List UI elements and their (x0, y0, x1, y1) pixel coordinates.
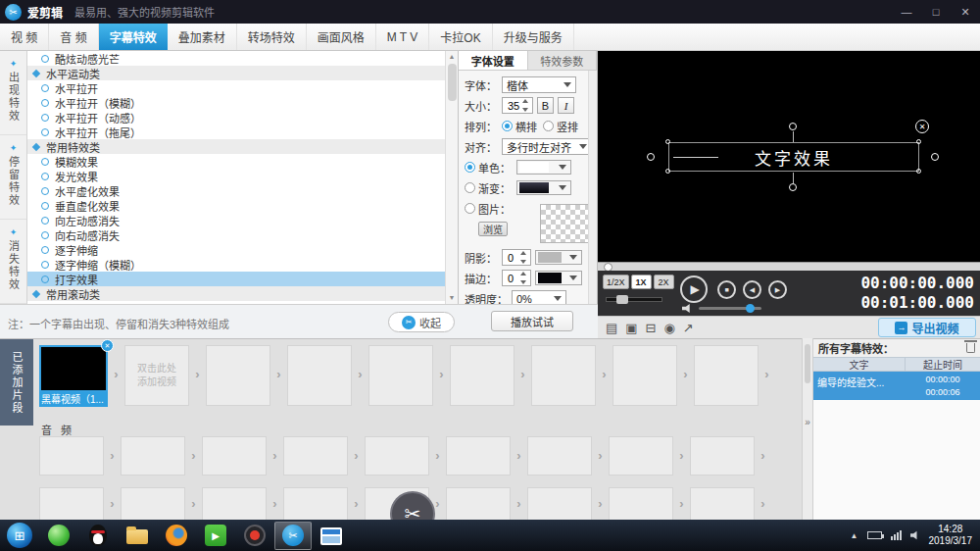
play-button[interactable]: ▶ (680, 276, 708, 303)
empty-slot[interactable] (283, 487, 348, 520)
opacity-select[interactable]: 0% (512, 290, 566, 304)
hidden-icons-arrow[interactable]: ▲ (851, 531, 858, 540)
stroke-spinner[interactable]: 0 (502, 270, 531, 286)
speed-half-button[interactable]: 1/2X (603, 275, 629, 289)
font-family-select[interactable]: 楷体 (502, 76, 576, 93)
empty-video-slot[interactable] (206, 345, 270, 406)
empty-slot[interactable] (527, 487, 592, 520)
tab-audio[interactable]: 音 频 (49, 24, 98, 50)
effect-item[interactable]: 水平虚化效果 (27, 183, 458, 198)
empty-video-slot[interactable] (612, 345, 677, 406)
resize-handle[interactable] (665, 139, 670, 144)
resize-handle-left[interactable] (647, 153, 655, 161)
tab-upgrade[interactable]: 升级与服务 (493, 24, 574, 50)
solid-color-picker[interactable] (516, 160, 571, 175)
empty-slot[interactable] (39, 487, 104, 520)
clock[interactable]: 14:28 2019/3/17 (929, 524, 973, 547)
close-button[interactable]: ✕ (951, 0, 980, 24)
mini-scrubber-thumb[interactable] (616, 295, 628, 304)
empty-audio-slot[interactable] (690, 436, 755, 476)
tab-font-settings[interactable]: 字体设置 (459, 51, 528, 70)
seek-bar[interactable] (598, 262, 980, 271)
empty-audio-slot[interactable] (365, 436, 429, 476)
effect-item[interactable]: 水平拉开（动感） (27, 110, 458, 125)
italic-button[interactable]: I (558, 97, 574, 114)
empty-slot[interactable] (609, 487, 673, 520)
empty-audio-slot[interactable] (283, 436, 348, 476)
play-test-button[interactable]: 播放试试 (491, 311, 573, 331)
empty-video-slot[interactable] (531, 345, 596, 406)
maximize-button[interactable]: □ (921, 0, 951, 24)
save-icon[interactable]: ⊟ (646, 321, 657, 335)
effects-scrollbar[interactable]: ▲ ▼ (445, 51, 458, 304)
grid-icon[interactable]: ▣ (625, 321, 637, 335)
gradient-radio[interactable] (465, 182, 475, 193)
tab-disappear-effects[interactable]: ✦ 消失特效 (0, 220, 26, 304)
stop-button[interactable]: ■ (717, 280, 736, 299)
image-fill-radio[interactable] (465, 203, 475, 214)
tab-transition[interactable]: 转场特效 (237, 24, 307, 50)
browse-button[interactable]: 浏览 (478, 222, 508, 236)
align-select[interactable]: 多行时左对齐 (502, 138, 592, 155)
minimize-button[interactable]: — (892, 0, 921, 24)
tab-overlay[interactable]: 叠加素材 (168, 24, 237, 50)
playlist-icon[interactable]: ▤ (606, 321, 617, 335)
empty-audio-slot[interactable] (446, 436, 511, 476)
next-frame-button[interactable]: ▶ (768, 280, 787, 299)
textbox-close-icon[interactable]: ✕ (915, 120, 929, 133)
timeline-scrollbar[interactable]: » (802, 338, 813, 520)
recorder-taskbar-icon[interactable] (235, 520, 274, 551)
effect-item[interactable]: 发光效果 (27, 169, 458, 183)
effect-item[interactable]: 水平拉开 (27, 80, 458, 95)
effect-item-selected[interactable]: 打字效果 (27, 272, 458, 286)
scroll-thumb[interactable] (448, 64, 457, 101)
window-app-taskbar-icon[interactable] (312, 520, 351, 551)
tab-stay-effects[interactable]: ✦ 停留特效 (0, 135, 26, 220)
qq-taskbar-icon[interactable] (78, 520, 118, 551)
tray-volume-icon[interactable] (910, 530, 920, 540)
mini-scrubber[interactable] (606, 297, 662, 302)
scroll-down-icon[interactable]: ▼ (446, 292, 458, 304)
timeline-scroll-thumb[interactable] (805, 344, 810, 383)
empty-audio-slot[interactable] (121, 436, 185, 476)
font-size-spinner[interactable]: 35 (502, 97, 533, 114)
tab-subtitle-effects[interactable]: 字幕特效 (99, 24, 168, 50)
font-panel-scrollbar[interactable] (588, 71, 597, 304)
effect-item[interactable]: 向右动感消失 (27, 227, 458, 242)
resize-handle[interactable] (665, 169, 670, 174)
subtitle-row-selected[interactable]: 编导的经验文... 00:00:00 00:00:06 (813, 372, 980, 400)
effect-section-header[interactable]: 水平运动类 (27, 66, 458, 80)
empty-audio-slot[interactable] (39, 436, 104, 476)
empty-audio-slot[interactable] (202, 436, 267, 476)
vertical-radio[interactable] (543, 121, 554, 131)
effect-item[interactable]: 向左动感消失 (27, 213, 458, 227)
tab-video[interactable]: 视 频 (0, 24, 49, 50)
empty-slot[interactable] (446, 487, 511, 520)
empty-video-slot[interactable] (368, 345, 433, 406)
empty-audio-slot[interactable] (527, 436, 592, 476)
add-video-slot[interactable]: 双击此处 添加视频 (124, 345, 189, 406)
tab-style[interactable]: 画面风格 (307, 24, 376, 50)
effect-item[interactable]: 逐字伸缩 (27, 242, 458, 257)
volume-slider[interactable] (699, 307, 761, 310)
effect-item[interactable]: 模糊效果 (27, 154, 458, 169)
screenshot-icon[interactable]: ◉ (664, 321, 675, 335)
bold-button[interactable]: B (537, 97, 554, 114)
effect-item[interactable]: 水平拉开（模糊） (27, 95, 458, 110)
tab-mtv[interactable]: M T V (376, 24, 430, 50)
subtitle-text-box[interactable]: 文字效果 (668, 142, 919, 172)
shadow-spinner[interactable]: 0 (502, 249, 531, 266)
solid-color-radio[interactable] (465, 162, 475, 173)
firefox-taskbar-icon[interactable] (157, 520, 196, 551)
tab-appear-effects[interactable]: ✦ 出现特效 (0, 51, 26, 135)
battery-icon[interactable] (867, 531, 882, 539)
speed-1x-button[interactable]: 1X (631, 275, 652, 289)
effect-item[interactable]: 水平拉开（拖尾） (27, 125, 458, 139)
media-app-taskbar-icon[interactable]: ▶ (196, 520, 235, 551)
shadow-color-picker[interactable] (535, 250, 582, 265)
share-icon[interactable]: ↗ (683, 321, 694, 335)
effect-section-header[interactable]: 常用滚动类 (27, 286, 458, 301)
clip-thumbnail[interactable] (39, 345, 108, 392)
empty-slot[interactable] (690, 487, 755, 520)
empty-video-slot[interactable] (694, 345, 759, 406)
